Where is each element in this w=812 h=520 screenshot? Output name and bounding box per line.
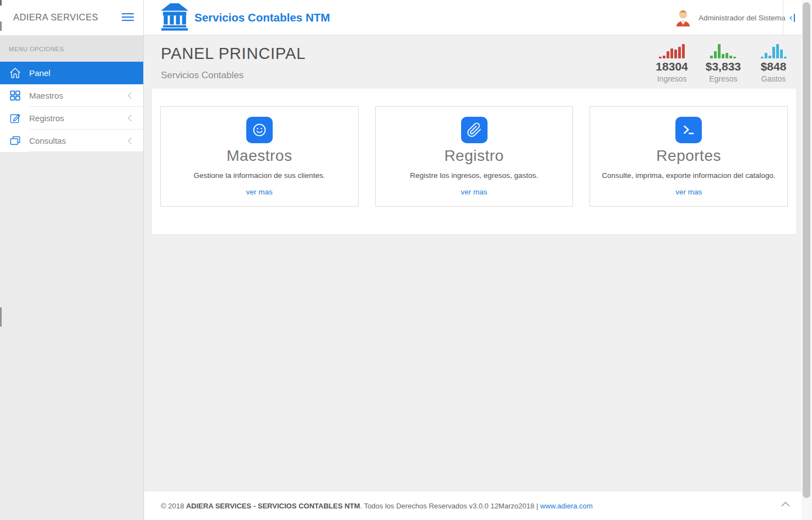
left-edge-artifact <box>0 307 2 327</box>
spark-bar <box>772 47 775 58</box>
ver-mas-link[interactable]: ver mas <box>246 188 273 196</box>
spark-bar <box>768 56 771 58</box>
spark-bar <box>682 44 685 58</box>
sidebar-item-label: Registros <box>29 113 64 123</box>
vertical-scrollbar <box>802 0 812 520</box>
spark-bar <box>714 51 717 58</box>
app-title: Servicios Contables NTM <box>194 0 330 35</box>
grid-icon <box>9 89 21 102</box>
stat-egresos: $3,833 Egresos <box>706 42 741 83</box>
stat-label: Ingresos <box>656 74 688 83</box>
stat-label: Egresos <box>706 74 741 83</box>
card-title: Reportes <box>590 147 787 165</box>
brand-name: ADIERA SERVICES <box>13 0 98 35</box>
card-description: Registre los ingresos, egresos, gastos. <box>376 171 573 180</box>
stats-row: 18304 Ingresos $3,833 Egresos $848 Gasto… <box>656 42 788 83</box>
sidebar-item-label: Maestros <box>29 91 63 100</box>
collapse-panel-icon[interactable]: ‹ <box>789 12 795 24</box>
ver-mas-link[interactable]: ver mas <box>675 188 702 196</box>
spark-bar <box>722 54 724 58</box>
footer: © 2018 ADIERA SERVICES - SERVICIOS CONTA… <box>144 491 802 520</box>
card-description: Consulte, imprima, exporte informacion d… <box>590 171 787 180</box>
sidebar-item-consultas[interactable]: Consultas <box>0 129 143 152</box>
left-edge-artifact <box>0 21 2 31</box>
edit-icon <box>9 112 21 124</box>
user-avatar-icon <box>673 8 693 28</box>
scrollbar-thumb[interactable] <box>803 2 810 498</box>
sidebar: MENU OPCIONES Panel Maestros <box>0 35 144 520</box>
ingresos-sparkline-chart <box>656 42 688 58</box>
spark-bar <box>729 56 732 58</box>
card-maestros: Maestros Gestione la informacion de sus … <box>160 106 359 207</box>
home-icon <box>9 67 21 79</box>
user-name: Administrador del Sistema <box>699 14 786 22</box>
card-title: Registro <box>376 147 573 165</box>
user-menu[interactable]: Administrador del Sistema <box>673 0 786 35</box>
stat-value: $848 <box>759 60 788 73</box>
gastos-sparkline-chart <box>759 42 788 58</box>
stat-ingresos: 18304 Ingresos <box>656 42 688 83</box>
header: ADIERA SERVICES Servicios Contables NTM … <box>0 0 802 35</box>
sidebar-item-label: Panel <box>29 68 50 78</box>
smiley-icon <box>246 117 273 143</box>
hamburger-menu-icon[interactable] <box>122 13 134 22</box>
sidebar-menu: Panel Maestros <box>0 62 143 152</box>
spark-bar <box>761 57 764 58</box>
chevron-left-icon <box>127 91 132 100</box>
left-edge-artifact <box>0 0 2 6</box>
spark-bar <box>663 56 665 58</box>
main-content: PANEL PRINCIPAL Servicios Contables 1830… <box>144 35 802 520</box>
card-registro: Registro Registre los ingresos, egresos,… <box>375 106 573 207</box>
footer-website-link[interactable]: www.adiera.com <box>540 502 593 510</box>
spark-bar <box>659 57 662 58</box>
content-panel: Maestros Gestione la informacion de sus … <box>152 89 796 234</box>
ver-mas-link[interactable]: ver mas <box>461 188 488 196</box>
sidebar-item-registros[interactable]: Registros <box>0 107 143 129</box>
card-reportes: Reportes Consulte, imprima, exporte info… <box>589 106 788 207</box>
header-divider <box>783 0 783 35</box>
spark-bar <box>670 48 673 58</box>
spark-bar <box>674 50 677 58</box>
sidebar-section-label: MENU OPCIONES <box>0 35 143 62</box>
cards-row: Maestros Gestione la informacion de sus … <box>152 89 796 224</box>
stat-value: $3,833 <box>706 60 741 73</box>
spark-bar <box>765 53 767 58</box>
sidebar-item-panel[interactable]: Panel <box>0 62 143 84</box>
card-title: Maestros <box>161 147 358 165</box>
stat-label: Gastos <box>759 74 788 83</box>
bank-icon <box>160 3 189 30</box>
spark-bar <box>710 56 713 58</box>
paperclip-icon <box>461 117 488 143</box>
footer-middle: . Todos los Derechos Reservados v3.0.0 1… <box>360 502 540 510</box>
stat-gastos: $848 Gastos <box>759 42 788 83</box>
sidebar-header: ADIERA SERVICES <box>0 0 144 35</box>
spark-bar <box>678 47 681 58</box>
footer-prefix: © 2018 <box>161 502 186 510</box>
spark-bar <box>733 57 736 58</box>
spark-bar <box>667 51 669 58</box>
copy-icon <box>9 134 21 147</box>
spark-bar <box>780 50 783 58</box>
terminal-icon <box>675 117 702 143</box>
scroll-to-top-icon[interactable] <box>779 500 792 508</box>
egresos-sparkline-chart <box>706 42 741 58</box>
spark-bar <box>784 57 787 58</box>
card-description: Gestione la informacion de sus clientes. <box>161 171 358 180</box>
stat-value: 18304 <box>656 60 688 73</box>
chevron-left-icon <box>127 114 132 122</box>
chevron-left-icon <box>127 137 132 145</box>
sidebar-item-maestros[interactable]: Maestros <box>0 84 143 107</box>
footer-brand: ADIERA SERVICES - SERVICIOS CONTABLES NT… <box>186 502 360 510</box>
spark-bar <box>776 44 779 58</box>
spark-bar <box>726 53 728 58</box>
sidebar-item-label: Consultas <box>29 136 66 145</box>
spark-bar <box>718 44 721 58</box>
footer-copyright: © 2018 ADIERA SERVICES - SERVICIOS CONTA… <box>161 491 593 520</box>
